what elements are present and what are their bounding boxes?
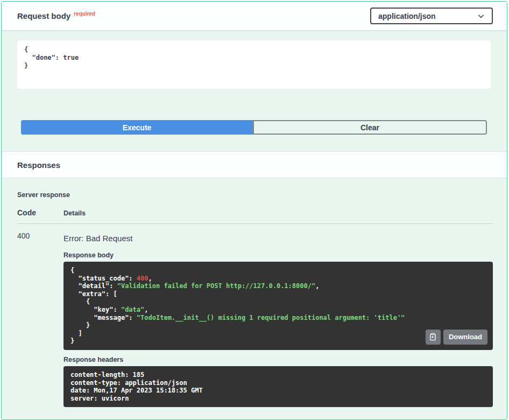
- request-body-header: Request bodyrequired application/json: [2, 2, 507, 30]
- response-body-code: { "status_code": 400, "detail": "Validat…: [63, 262, 493, 350]
- server-response-row: 400 Error: Bad Request Response body { "…: [17, 224, 493, 407]
- execute-wrapper: Execute Clear: [21, 120, 487, 135]
- response-headers-list: content-length: 185content-type: applica…: [70, 371, 486, 402]
- response-status-text: Error: Bad Request: [63, 234, 493, 243]
- content-type-selected-value: application/json: [378, 12, 436, 20]
- response-code: 400: [17, 232, 63, 407]
- responses-header: Responses: [2, 151, 507, 178]
- clipboard-icon: [429, 333, 437, 341]
- clear-button[interactable]: Clear: [253, 120, 487, 135]
- required-badge: required: [74, 11, 95, 17]
- response-headers-code: content-length: 185content-type: applica…: [63, 366, 493, 407]
- response-body-controls: Download: [426, 330, 487, 345]
- request-body-editor[interactable]: { "done": true }: [17, 40, 491, 89]
- response-body-json: { "status_code": 400, "detail": "Validat…: [70, 267, 486, 345]
- responses-section: Server response Code Details 400 Error: …: [2, 178, 507, 407]
- responses-title: Responses: [17, 160, 60, 170]
- response-body-label: Response body: [63, 251, 493, 259]
- request-body-title-wrap: Request bodyrequired: [17, 11, 95, 21]
- content-type-select[interactable]: application/json: [370, 8, 493, 24]
- chevron-down-icon: [477, 12, 485, 20]
- request-body-title: Request body: [17, 11, 70, 20]
- download-button[interactable]: Download: [443, 330, 487, 345]
- details-column-header: Details: [63, 209, 493, 217]
- server-response-label: Server response: [17, 191, 493, 199]
- response-headers-label: Response headers: [63, 356, 493, 363]
- response-details: Error: Bad Request Response body { "stat…: [63, 232, 493, 407]
- execute-button[interactable]: Execute: [21, 120, 253, 135]
- post-opblock-panel: Request bodyrequired application/json { …: [1, 1, 507, 420]
- request-body-section: { "done": true } Execute Clear: [2, 30, 507, 135]
- code-column-header: Code: [17, 208, 63, 217]
- responses-table-header: Code Details: [17, 208, 493, 224]
- copy-button[interactable]: [426, 330, 441, 345]
